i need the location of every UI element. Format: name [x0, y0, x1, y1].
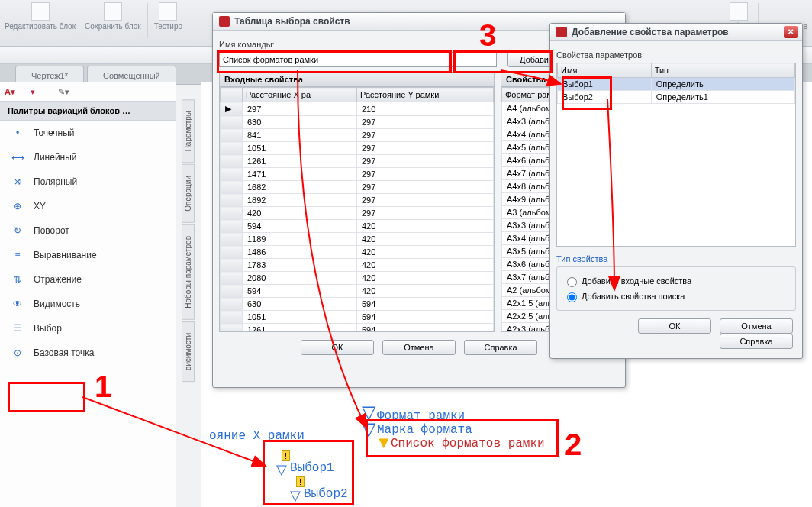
close-icon[interactable]: ✕	[784, 26, 798, 38]
param-label-dist-x: ояние Х рамки	[209, 429, 304, 443]
command-name-input[interactable]	[219, 52, 497, 67]
ok-button[interactable]: ОК	[301, 340, 374, 355]
ribbon-edit-block[interactable]: Редактировать блок	[0, 0, 80, 33]
dialog-title: Таблица выбора свойств	[234, 16, 350, 27]
palette-title: Палитры вариаций блоков …	[0, 102, 176, 121]
palette-item-label: Полярный	[34, 176, 77, 187]
side-tab-param-sets[interactable]: Наборы параметров	[182, 224, 195, 320]
column-header[interactable]: Тип	[651, 63, 794, 78]
palette-item-9[interactable]: ⊙Базовая точка	[0, 341, 176, 365]
ok-button[interactable]: ОК	[638, 318, 711, 334]
lookup-icon: ▼	[375, 433, 392, 453]
table-row[interactable]: 1261594	[221, 324, 494, 333]
doc-tab[interactable]: Совмещенный	[87, 66, 176, 84]
palette-item-1[interactable]: ⟷Линейный	[0, 145, 176, 170]
radio-add-input[interactable]: Добавить входные свойства	[563, 275, 789, 287]
warning-icon: !	[282, 450, 290, 461]
palette-item-2[interactable]: ⤨Полярный	[0, 170, 176, 194]
ribbon-label: Тестиро	[154, 22, 182, 31]
palette-icon: 👁	[9, 298, 26, 310]
side-tab-constraints[interactable]: висимости	[182, 321, 195, 382]
ribbon-label: Сохранить блок	[85, 22, 141, 31]
help-button[interactable]: Справка	[464, 340, 537, 355]
palette-item-5[interactable]: ≡Выравнивание	[0, 243, 176, 267]
param-label-vybor2: Выбор2	[304, 487, 348, 501]
app-logo-icon	[556, 27, 567, 37]
palette-icon: ⊙	[9, 347, 26, 359]
param-label-vybor1: Выбор1	[290, 461, 334, 475]
table-row[interactable]: 420297	[221, 207, 494, 220]
annotation-number: 2	[565, 428, 582, 462]
palette-item-label: Выбор	[34, 323, 62, 334]
table-row[interactable]: 1486420	[221, 246, 494, 259]
palette-icon: ⤨	[9, 176, 26, 188]
palette-item-8[interactable]: ☰Выбор	[0, 316, 176, 341]
table-row[interactable]: 1682297	[221, 181, 494, 194]
column-header[interactable]: Имя	[558, 63, 652, 78]
ribbon-label: Редактировать блок	[5, 22, 76, 31]
palette-item-label: Видимость	[34, 299, 80, 309]
cancel-button[interactable]: Отмена	[720, 318, 793, 334]
column-header[interactable]: Расстояние Y рамки	[356, 88, 493, 102]
parameter-properties-table[interactable]: ИмяТипВыбор1ОпределитьВыбор2Определить1	[557, 63, 795, 104]
annotation-number: 1	[95, 370, 111, 404]
palette-item-7[interactable]: 👁Видимость	[0, 292, 176, 316]
table-row[interactable]: 630297	[221, 116, 494, 129]
palette-icon: ☰	[9, 322, 26, 334]
palette-item-label: XY	[34, 201, 46, 212]
chevron-down-icon: ▽	[290, 487, 301, 504]
warning-icon: !	[296, 476, 304, 487]
table-row[interactable]: Выбор2Определить1	[558, 91, 795, 104]
ribbon-test-block[interactable]: Тестиро	[150, 0, 187, 33]
ribbon-save-block[interactable]: Сохранить блок	[80, 0, 146, 33]
chevron-down-icon: ▽	[276, 461, 287, 478]
palette-item-label: Выравнивание	[34, 250, 97, 260]
palette-item-6[interactable]: ⇅Отражение	[0, 267, 176, 292]
label-parameter-properties: Свойства параметров:	[556, 50, 796, 60]
palette-item-label: Линейный	[34, 152, 77, 163]
palette-panel: A▾ ▾ ✎▾ Палитры вариаций блоков … •Точеч…	[0, 82, 176, 507]
table-row[interactable]: 1189420	[221, 233, 494, 246]
table-row[interactable]: 594420	[221, 285, 494, 298]
palette-icon: ⟷	[9, 151, 26, 163]
radio-add-lookup[interactable]: Добавить свойства поиска	[563, 290, 789, 302]
table-row[interactable]: Выбор1Определить	[558, 78, 795, 91]
table-row[interactable]: 1471297	[221, 168, 494, 181]
column-header[interactable]	[221, 88, 243, 102]
group-input-properties: Входные свойства	[219, 72, 495, 87]
palette-item-label: Точечный	[34, 128, 75, 138]
table-row[interactable]: ▶297210	[221, 102, 494, 116]
table-row[interactable]: 1051297	[221, 142, 494, 155]
palette-item-label: Базовая точка	[34, 347, 94, 358]
column-header[interactable]: Расстояние X ра	[243, 88, 357, 102]
palette-icon: ↻	[9, 224, 26, 237]
palette-icon: ⇅	[9, 273, 26, 286]
dialog-titlebar[interactable]: Добавление свойства параметров ✕	[550, 24, 802, 41]
add-parameter-property-dialog: Добавление свойства параметров ✕ Свойств…	[549, 23, 803, 359]
palette-item-label: Поворот	[34, 225, 69, 236]
table-row[interactable]: 594420	[221, 220, 494, 233]
table-row[interactable]: 1892297	[221, 194, 494, 207]
palette-item-4[interactable]: ↻Поворот	[0, 218, 176, 243]
side-tabs: Параметры Операции Наборы параметров вис…	[182, 99, 198, 383]
table-row[interactable]: 2080420	[221, 272, 494, 285]
table-row[interactable]: 1783420	[221, 259, 494, 272]
cancel-button[interactable]: Отмена	[382, 340, 456, 355]
dialog-title: Добавление свойства параметров	[572, 27, 729, 37]
palette-item-3[interactable]: ⊕XY	[0, 194, 176, 218]
palette-item-label: Отражение	[34, 274, 82, 285]
lookup-label: Список форматов рамки	[391, 437, 545, 450]
table-row[interactable]: 630594	[221, 298, 494, 311]
table-row[interactable]: 841297	[221, 129, 494, 142]
input-properties-table[interactable]: Расстояние X раРасстояние Y рамки▶297210…	[220, 87, 494, 332]
palette-item-0[interactable]: •Точечный	[0, 121, 176, 145]
side-tab-actions[interactable]: Операции	[182, 164, 195, 223]
table-row[interactable]: 1261297	[221, 155, 494, 168]
table-row[interactable]: 1051594	[221, 311, 494, 324]
doc-tab[interactable]: Чертеж1*	[15, 66, 84, 84]
annotation-number: 3	[479, 18, 496, 53]
palette-icon: ≡	[9, 249, 26, 261]
group-property-type: Тип свойства	[556, 254, 796, 263]
side-tab-parameters[interactable]: Параметры	[182, 99, 195, 163]
help-button[interactable]: Справка	[720, 334, 793, 349]
